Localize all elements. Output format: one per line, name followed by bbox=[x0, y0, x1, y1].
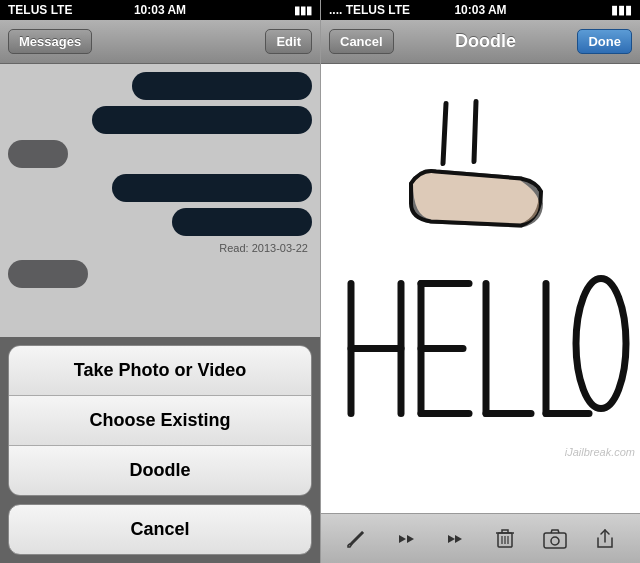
read-label: Read: 2013-03-22 bbox=[219, 242, 308, 254]
message-bubble-6 bbox=[8, 260, 88, 288]
action-sheet: Take Photo or Video Choose Existing Dood… bbox=[0, 337, 320, 563]
action-cancel-button[interactable]: Cancel bbox=[8, 504, 312, 555]
left-panel: TELUS LTE 10:03 AM ▮▮▮ Messages Edit Rea… bbox=[0, 0, 320, 563]
doodle-button[interactable]: Doodle bbox=[9, 446, 311, 495]
toolbar-camera-icon[interactable] bbox=[539, 523, 571, 555]
choose-existing-button[interactable]: Choose Existing bbox=[9, 396, 311, 446]
doodle-canvas[interactable]: iJailbreak.com bbox=[321, 64, 640, 513]
right-status-time: 10:03 AM bbox=[454, 3, 506, 17]
right-panel: .... TELUS LTE 10:03 AM ▮▮▮ Cancel Doodl… bbox=[321, 0, 640, 563]
watermark-text: iJailbreak.com bbox=[565, 446, 635, 458]
take-photo-button[interactable]: Take Photo or Video bbox=[9, 346, 311, 396]
doodle-cancel-button[interactable]: Cancel bbox=[329, 29, 394, 54]
message-bubble-1 bbox=[132, 72, 312, 100]
message-bubble-3 bbox=[8, 140, 68, 168]
messages-area: Read: 2013-03-22 Take Photo or Video Cho… bbox=[0, 64, 320, 563]
action-sheet-group: Take Photo or Video Choose Existing Dood… bbox=[8, 345, 312, 496]
doodle-nav-bar: Cancel Doodle Done bbox=[321, 20, 640, 64]
carrier-text: TELUS LTE bbox=[8, 3, 72, 17]
right-battery-icon: ▮▮▮ bbox=[611, 3, 632, 17]
toolbar-edit-icon[interactable] bbox=[340, 523, 372, 555]
left-status-carrier: TELUS LTE bbox=[8, 3, 72, 17]
left-status-time: 10:03 AM bbox=[134, 3, 186, 17]
svg-point-2 bbox=[551, 537, 559, 545]
left-status-bar: TELUS LTE 10:03 AM ▮▮▮ bbox=[0, 0, 320, 20]
toolbar-fastforward-icon[interactable] bbox=[440, 523, 472, 555]
toolbar-share-icon[interactable] bbox=[589, 523, 621, 555]
message-bubble-5 bbox=[172, 208, 312, 236]
right-status-bar: .... TELUS LTE 10:03 AM ▮▮▮ bbox=[321, 0, 640, 20]
message-bubble-4 bbox=[112, 174, 312, 202]
left-nav-bar: Messages Edit bbox=[0, 20, 320, 64]
doodle-done-button[interactable]: Done bbox=[577, 29, 632, 54]
doodle-toolbar bbox=[321, 513, 640, 563]
toolbar-trash-icon[interactable] bbox=[489, 523, 521, 555]
toolbar-rewind-icon[interactable] bbox=[390, 523, 422, 555]
right-carrier-text: .... TELUS LTE bbox=[329, 3, 410, 17]
messages-back-button[interactable]: Messages bbox=[8, 29, 92, 54]
edit-button[interactable]: Edit bbox=[265, 29, 312, 54]
doodle-nav-title: Doodle bbox=[455, 31, 516, 52]
message-bubble-2 bbox=[92, 106, 312, 134]
left-battery: ▮▮▮ bbox=[294, 4, 312, 17]
